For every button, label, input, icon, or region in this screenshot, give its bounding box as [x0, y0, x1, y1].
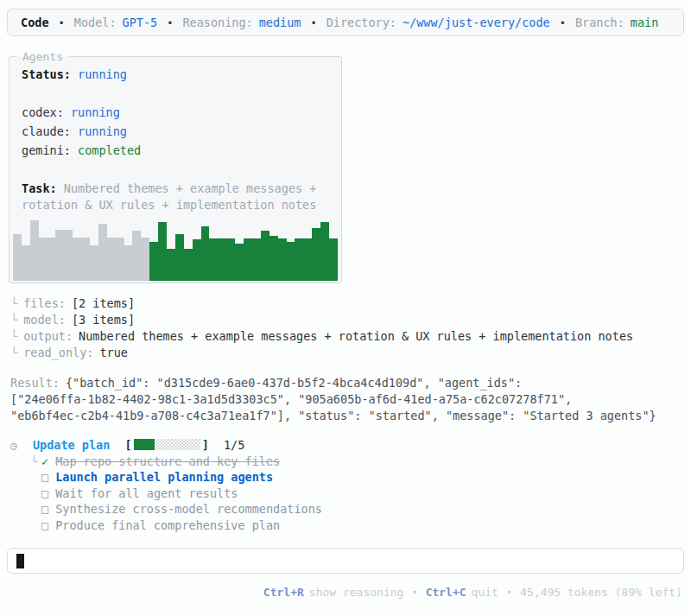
- sparkline-bar-elapsed: [141, 238, 149, 281]
- sparkline-bar-active: [167, 249, 175, 281]
- agent-name: gemini:: [22, 143, 78, 157]
- agent-task: Task: Numbered themes + example messages…: [22, 181, 329, 213]
- agent-status: running: [71, 105, 120, 119]
- param-value: [2 items]: [72, 296, 135, 310]
- sparkline-bar-active: [235, 244, 244, 281]
- plan-item-list: └✓Map repo structure and key files□Launc…: [30, 454, 691, 533]
- plan-item: □Produce final comprehensive plan: [30, 518, 691, 533]
- sparkline-bar-elapsed: [90, 245, 98, 281]
- sparkline-bar-elapsed: [73, 238, 81, 281]
- header-branch-value: main: [631, 16, 659, 29]
- sparkline-bar-elapsed: [116, 238, 124, 281]
- plan-item-label: Produce final comprehensive plan: [55, 518, 280, 532]
- sparkline-bar-active: [209, 238, 218, 281]
- separator-dot: •: [411, 587, 417, 599]
- branch-icon: └: [10, 313, 17, 327]
- header-model-label: Model:: [74, 16, 117, 29]
- param-row-output: └output:Numbered themes + example messag…: [10, 328, 691, 345]
- sparkline-bar-elapsed: [132, 231, 141, 281]
- sparkline-bar-active: [218, 238, 226, 281]
- agent-status-list: codex: runningclaude: runninggemini: com…: [22, 103, 329, 160]
- shortcut-action: quit: [472, 586, 498, 599]
- status-value: running: [78, 67, 127, 81]
- agents-panel-title: Agents: [16, 50, 69, 63]
- branch-icon: └: [30, 454, 41, 469]
- sparkline-bar-active: [201, 226, 210, 281]
- result-json: {"batch_id": "d315cde9-6ae0-437d-b5f2-4b…: [10, 376, 656, 422]
- sparkline-bar-active: [184, 249, 193, 281]
- plan-item-label: Map repo structure and key files: [55, 454, 280, 468]
- checkbox-icon: □: [41, 470, 48, 484]
- composer-input[interactable]: [7, 548, 684, 574]
- agent-row-gemini: gemini: completed: [22, 141, 329, 160]
- result-label: Result:: [10, 376, 60, 390]
- plan-item: └✓Map repo structure and key files: [30, 454, 691, 469]
- sparkline-bar-active: [278, 238, 287, 281]
- app-title: Code: [21, 16, 49, 29]
- progress-bracket-close: ]: [202, 438, 209, 452]
- shortcut-key: Ctrl+C: [426, 586, 466, 599]
- param-value: [3 items]: [72, 313, 135, 327]
- footer-hints: Ctrl+Rshow reasoning•Ctrl+Cquit•45,495 t…: [0, 586, 682, 599]
- check-icon: ✓: [41, 454, 48, 468]
- header-model-value: GPT-5: [123, 16, 158, 29]
- sparkline-bar-active: [226, 238, 235, 281]
- plan-item-label: Launch parallel planning agents: [55, 470, 273, 484]
- agents-panel: Agents Status: running codex: runningcla…: [9, 50, 342, 283]
- plan-widget: ◷ Update plan [] 1/5 └✓Map repo structur…: [9, 437, 691, 533]
- sparkline-bar-active: [175, 234, 184, 281]
- separator-dot: •: [310, 17, 316, 29]
- plan-progress-count: 1/5: [224, 438, 244, 452]
- sparkline-bar-elapsed: [64, 230, 73, 281]
- agent-status: completed: [78, 143, 141, 157]
- checkbox-icon: □: [41, 518, 48, 532]
- task-text: Numbered themes + example messages + rot…: [22, 181, 316, 212]
- sparkline-bar-active: [158, 222, 167, 281]
- sparkline-bar-active: [295, 238, 303, 281]
- header-branch-label: Branch:: [575, 16, 624, 29]
- separator-dot: •: [560, 17, 566, 29]
- param-value: true: [99, 346, 128, 359]
- checkbox-icon: □: [41, 502, 48, 516]
- progress-bracket-open: [: [125, 438, 132, 452]
- agents-status-row: Status: running: [22, 65, 329, 84]
- checkbox-icon: □: [41, 486, 48, 500]
- sparkline-bar-elapsed: [30, 220, 39, 281]
- result-output: Result:{"batch_id": "d315cde9-6ae0-437d-…: [10, 375, 681, 424]
- clock-icon: ◷: [10, 439, 17, 452]
- param-key: read_only:: [23, 346, 93, 359]
- status-bar: Code •Model:GPT-5•Reasoning:medium•Direc…: [7, 9, 684, 36]
- header-directory-label: Directory:: [326, 16, 396, 29]
- sparkline-bar-elapsed: [98, 224, 107, 281]
- agents-panel-body: Status: running codex: runningclaude: ru…: [10, 63, 341, 213]
- plan-item: □Synthesize cross-model recommendations: [30, 501, 691, 517]
- separator-dot: •: [506, 587, 512, 599]
- activity-sparkline: [13, 219, 338, 281]
- agent-row-claude: claude: running: [22, 122, 329, 141]
- plan-item-label: Wait for all agent results: [55, 486, 238, 500]
- param-row-files: └files:[2 items]: [10, 295, 691, 312]
- header-reasoning-label: Reasoning:: [182, 16, 252, 29]
- progress-fill: [134, 439, 155, 450]
- sparkline-bar-elapsed: [107, 238, 116, 281]
- sparkline-bar-elapsed: [13, 234, 22, 281]
- sparkline-bar-elapsed: [48, 238, 56, 281]
- plan-item: □Wait for all agent results: [30, 486, 691, 501]
- status-label: Status:: [22, 67, 71, 81]
- token-count: 45,495 tokens (89% left): [520, 586, 682, 599]
- branch-icon: └: [10, 296, 17, 310]
- sparkline-bar-elapsed: [55, 230, 64, 281]
- sparkline-bar-active: [320, 222, 329, 281]
- sparkline-bar-active: [193, 239, 201, 281]
- branch-icon: └: [10, 346, 17, 359]
- branch-icon: └: [10, 329, 17, 343]
- plan-progress-bar: []: [125, 438, 209, 452]
- sparkline-bar-active: [287, 242, 295, 281]
- plan-item: □Launch parallel planning agents: [30, 469, 691, 485]
- sparkline-bar-active: [329, 238, 338, 281]
- shortcut-key: Ctrl+R: [263, 586, 304, 599]
- sparkline-bar-active: [149, 242, 158, 281]
- param-row-model: └model:[3 items]: [10, 312, 691, 328]
- sparkline-bar-elapsed: [22, 245, 30, 281]
- progress-remainder: [155, 439, 200, 450]
